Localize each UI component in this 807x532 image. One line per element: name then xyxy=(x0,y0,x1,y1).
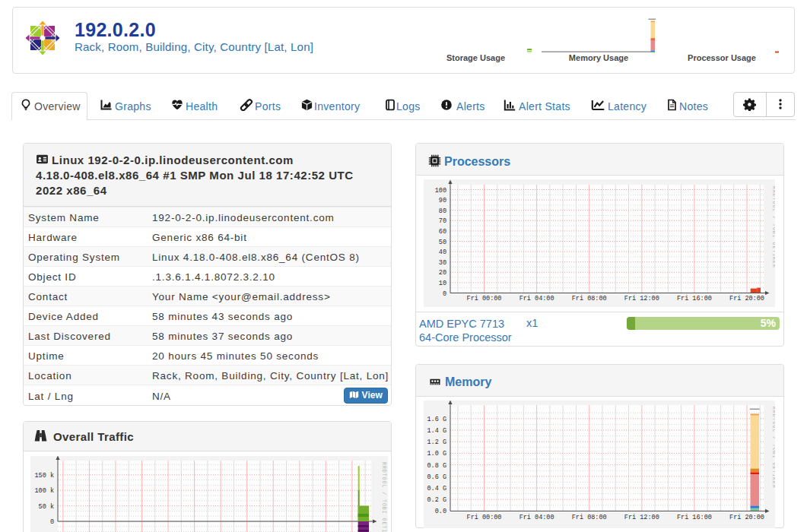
svg-text:0.0: 0.0 xyxy=(435,508,446,515)
svg-text:50: 50 xyxy=(439,239,446,246)
svg-text:RRDTOOL / TOBI OETIKER: RRDTOOL / TOBI OETIKER xyxy=(771,407,775,489)
svg-text:Fri 04:00: Fri 04:00 xyxy=(519,514,554,521)
svg-text:Fri 16:00: Fri 16:00 xyxy=(677,295,712,302)
svg-text:60: 60 xyxy=(439,228,446,236)
svg-text:30: 30 xyxy=(439,259,446,267)
svg-text:10: 10 xyxy=(439,280,446,287)
svg-text:Fri 20:00: Fri 20:00 xyxy=(729,295,764,302)
svg-text:1.6 G: 1.6 G xyxy=(427,416,446,423)
svg-text:1.0 G: 1.0 G xyxy=(427,450,446,458)
svg-text:Fri 12:00: Fri 12:00 xyxy=(624,514,659,521)
svg-text:0.8 G: 0.8 G xyxy=(427,462,446,470)
svg-text:Fri 16:00: Fri 16:00 xyxy=(677,514,712,521)
svg-text:150 k: 150 k xyxy=(34,472,54,480)
svg-text:RRDTOOL / TOBI OETIKER: RRDTOOL / TOBI OETIKER xyxy=(381,462,386,532)
svg-text:Fri 12:00: Fri 12:00 xyxy=(624,295,659,302)
svg-text:90: 90 xyxy=(439,197,446,204)
svg-text:80: 80 xyxy=(439,207,446,215)
svg-text:1.2 G: 1.2 G xyxy=(427,439,446,446)
svg-text:Fri 20:00: Fri 20:00 xyxy=(729,514,764,521)
svg-text:0: 0 xyxy=(443,290,446,298)
svg-text:100: 100 xyxy=(435,187,446,195)
svg-text:Fri 08:00: Fri 08:00 xyxy=(572,295,607,302)
svg-text:70: 70 xyxy=(439,217,446,225)
svg-text:50 k: 50 k xyxy=(39,503,54,511)
svg-text:40: 40 xyxy=(439,249,446,256)
svg-text:Fri 00:00: Fri 00:00 xyxy=(467,514,502,521)
svg-text:RRDTOOL / TOBI OETIKER: RRDTOOL / TOBI OETIKER xyxy=(771,186,775,268)
svg-text:20: 20 xyxy=(439,269,446,277)
svg-text:0.4 G: 0.4 G xyxy=(427,485,446,492)
svg-text:Fri 08:00: Fri 08:00 xyxy=(572,514,607,521)
svg-text:Fri 04:00: Fri 04:00 xyxy=(519,295,554,302)
svg-text:100 k: 100 k xyxy=(34,487,54,495)
svg-text:Fri 00:00: Fri 00:00 xyxy=(467,295,502,302)
svg-text:0.2 G: 0.2 G xyxy=(427,496,446,504)
svg-text:0.6 G: 0.6 G xyxy=(427,473,446,481)
svg-text:0: 0 xyxy=(50,518,54,526)
svg-text:1.4 G: 1.4 G xyxy=(427,427,446,435)
